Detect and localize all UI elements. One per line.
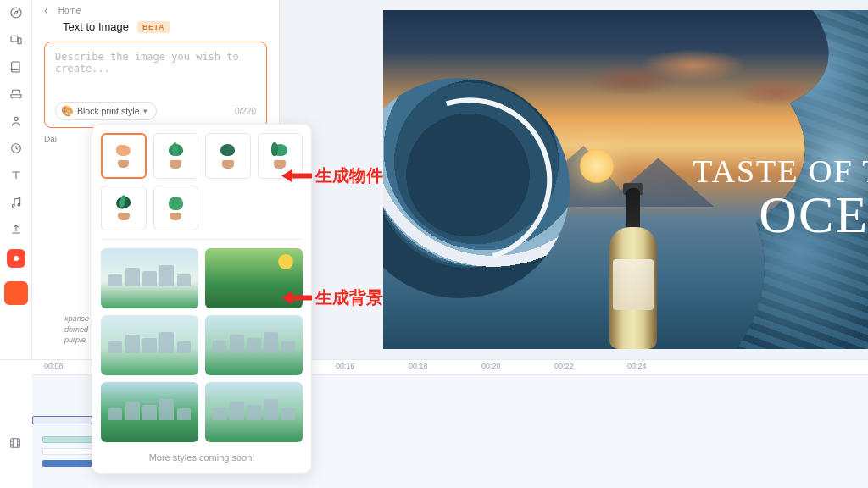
style-thumb-bg-5[interactable] xyxy=(101,382,198,442)
more-styles-label: More styles coming soon! xyxy=(101,447,303,464)
hidden-caption-fragment: xpanse dorned purple xyxy=(64,313,93,346)
svg-point-5 xyxy=(12,205,14,208)
char-count: 0/220 xyxy=(235,107,256,116)
annotation-background-label: 生成背景 xyxy=(315,286,383,309)
ai-image-icon[interactable] xyxy=(4,281,28,305)
style-selector-label: Block print style xyxy=(77,106,140,116)
person-icon[interactable] xyxy=(8,114,24,129)
style-thumb-bg-3[interactable] xyxy=(101,315,198,375)
svg-rect-10 xyxy=(11,439,20,448)
canvas-bottle xyxy=(604,188,663,349)
style-selector[interactable]: 🎨 Block print style ▾ xyxy=(55,102,157,120)
arrow-left-icon xyxy=(281,169,312,183)
ruler-tick: 00:22 xyxy=(554,362,574,370)
arrow-left-icon xyxy=(281,291,312,305)
filmstrip-icon[interactable] xyxy=(8,436,22,453)
furniture-icon[interactable] xyxy=(8,86,24,102)
style-thumb-bg-1[interactable] xyxy=(101,248,198,308)
record-icon-wrap[interactable] xyxy=(7,249,25,268)
chevron-down-icon: ▾ xyxy=(143,107,147,115)
prompt-card: 🎨 Block print style ▾ 0/220 xyxy=(44,42,267,128)
svg-point-9 xyxy=(14,291,15,292)
canvas-sun xyxy=(580,149,614,183)
breadcrumb: ‹ Home xyxy=(44,3,267,17)
background-style-grid xyxy=(101,248,303,442)
style-thumb-bg-4[interactable] xyxy=(205,315,303,375)
svg-point-6 xyxy=(18,203,20,206)
text-icon[interactable] xyxy=(8,168,24,183)
annotation-objects-label: 生成物件 xyxy=(315,164,383,187)
upload-icon[interactable] xyxy=(8,222,24,237)
style-thumb-plant-6[interactable] xyxy=(153,186,199,231)
panel-title: Text to Image xyxy=(63,20,129,33)
breadcrumb-back[interactable]: ‹ xyxy=(44,3,48,17)
style-thumb-bg-6[interactable] xyxy=(205,382,303,442)
breadcrumb-home[interactable]: Home xyxy=(58,6,81,15)
divider xyxy=(101,239,303,240)
svg-rect-2 xyxy=(18,38,21,44)
palette-icon: 🎨 xyxy=(61,105,74,117)
object-style-grid xyxy=(101,133,303,230)
hero-line-2: OCEA xyxy=(693,185,868,245)
svg-point-0 xyxy=(11,8,21,18)
ruler-tick: 00:08 xyxy=(44,362,64,370)
svg-point-3 xyxy=(14,117,17,120)
devices-icon[interactable] xyxy=(8,32,24,47)
ruler-tick: 00:16 xyxy=(336,362,355,370)
style-thumb-plant-2[interactable] xyxy=(153,133,199,179)
style-thumb-plant-5[interactable] xyxy=(101,186,147,231)
svg-point-7 xyxy=(14,256,19,261)
book-icon[interactable] xyxy=(8,59,24,75)
annotation-background: 生成背景 xyxy=(281,286,383,309)
annotation-objects: 生成物件 xyxy=(281,164,383,187)
ruler-tick: 00:20 xyxy=(481,362,501,370)
svg-rect-1 xyxy=(11,36,18,42)
beta-badge: BETA xyxy=(137,21,170,33)
prompt-input[interactable] xyxy=(55,51,256,85)
music-icon[interactable] xyxy=(8,195,24,210)
panel-title-row: Text to Image BETA xyxy=(63,20,267,33)
style-thumb-plant-3[interactable] xyxy=(205,133,251,179)
ruler-tick: 00:18 xyxy=(409,362,428,370)
ruler-tick: 00:24 xyxy=(627,362,647,370)
style-dropdown: More styles coming soon! xyxy=(92,124,312,474)
clock-icon[interactable] xyxy=(8,141,24,156)
style-thumb-plant-1[interactable] xyxy=(101,133,147,179)
canvas-hero-text: TASTE OF TH OCEA xyxy=(693,152,868,245)
canvas-preview[interactable]: TASTE OF TH OCEA xyxy=(383,10,868,349)
compass-icon[interactable] xyxy=(8,5,24,20)
